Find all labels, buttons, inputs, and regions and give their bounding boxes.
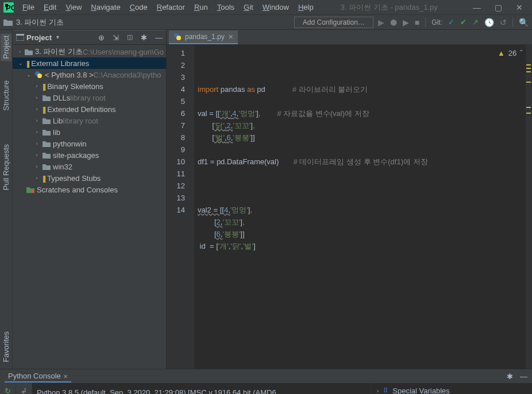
git-history-icon[interactable]: 🕓: [484, 18, 494, 27]
console-header: Python Console✕ ✱ —: [0, 369, 532, 383]
svg-text:PC: PC: [6, 3, 14, 12]
console-output[interactable]: Python 3.8.5 (default, Sep 3 2020, 21:29…: [32, 383, 371, 394]
expand-all-icon[interactable]: ⇲: [113, 33, 119, 42]
maximize-icon[interactable]: ▢: [495, 3, 502, 12]
left-tab-pull-requests[interactable]: Pull Requests: [1, 142, 11, 192]
menu-file[interactable]: File: [18, 2, 38, 13]
debug-icon[interactable]: ⬢: [390, 18, 397, 27]
close-tab-icon[interactable]: ✕: [228, 33, 233, 41]
menu-code[interactable]: Code: [126, 2, 152, 13]
menu-run[interactable]: Run: [190, 2, 212, 13]
editor-area: pandas_1.py ✕ 1234567891011121314 ▲26 ˆ …: [167, 30, 532, 369]
tree-node[interactable]: ›|||Typeshed Stubs: [13, 172, 166, 184]
close-console-icon[interactable]: ✕: [63, 373, 68, 380]
git-label: Git:: [431, 18, 442, 26]
special-vars-icon: ⠿: [383, 387, 388, 394]
menu-git[interactable]: Git: [240, 2, 257, 13]
hide-panel-icon[interactable]: —: [155, 33, 163, 42]
expand-vars-icon[interactable]: ›: [377, 388, 379, 394]
fold-gutter[interactable]: [190, 45, 194, 369]
menu-navigate[interactable]: Navigate: [87, 2, 124, 13]
editor-tab-pandas[interactable]: pandas_1.py ✕: [169, 30, 238, 44]
window-title: 3. 파이썬 기초 - pandas_1.py: [341, 2, 438, 13]
title-bar: PC FileEditViewNavigateCodeRefactorRunTo…: [0, 0, 532, 15]
breadcrumb[interactable]: 3. 파이썬 기초: [16, 17, 64, 28]
tree-node[interactable]: ›win32: [13, 161, 166, 172]
menu-window[interactable]: Window: [259, 2, 293, 13]
rerun-icon[interactable]: ↻: [5, 387, 11, 394]
menu-help[interactable]: Help: [294, 2, 318, 13]
svg-point-6: [37, 74, 42, 78]
git-rollback-icon[interactable]: ↺: [500, 18, 507, 27]
variables-panel[interactable]: › ⠿ Special Variables: [371, 383, 532, 394]
folder-icon: [3, 18, 13, 26]
left-tool-gutter: Project Structure Pull Requests Favorite…: [0, 30, 13, 369]
line-number-gutter: 1234567891011121314: [167, 45, 190, 369]
menu-edit[interactable]: Edit: [40, 2, 60, 13]
python-file-icon: [174, 33, 182, 41]
main-menu: FileEditViewNavigateCodeRefactorRunTools…: [18, 2, 318, 13]
tree-node[interactable]: ›|||Extended Definitions: [13, 103, 166, 115]
collapse-all-icon[interactable]: ◫: [127, 33, 133, 42]
tree-node[interactable]: ›pythonwin: [13, 138, 166, 149]
project-view-icon: [16, 34, 24, 41]
navigation-bar: 3. 파이썬 기초 Add Configuration… ▶ ⬢ ▶ ■ Git…: [0, 15, 532, 30]
code-content[interactable]: ▲26 ˆ ˇ import pandas as pd # 라이브러리 불러오기…: [194, 45, 532, 369]
dropdown-chevron-icon[interactable]: ▼: [55, 34, 60, 40]
select-opened-file-icon[interactable]: ⊕: [98, 33, 105, 42]
left-tab-favorites[interactable]: Favorites: [1, 329, 11, 364]
inspection-summary[interactable]: ▲26 ˆ ˇ: [498, 47, 529, 59]
python-console-panel: Python Console✕ ✱ — ↻ ■ ▶ 🐞 ⚙ ＋ ↲ ↓ 🖶 oo…: [0, 369, 532, 394]
menu-refactor[interactable]: Refactor: [153, 2, 189, 13]
tree-node[interactable]: ›lib: [13, 126, 166, 138]
close-icon[interactable]: ✕: [516, 3, 523, 12]
tree-node[interactable]: ›Lib library root: [13, 115, 166, 126]
tree-node[interactable]: ›site-packages: [13, 149, 166, 161]
panel-settings-icon[interactable]: ✱: [507, 372, 513, 381]
run-icon[interactable]: ▶: [378, 18, 384, 27]
settings-icon[interactable]: ✱: [141, 33, 147, 42]
tree-node[interactable]: ›|||Binary Skeletons: [13, 80, 166, 92]
tree-node[interactable]: ›DLLs library root: [13, 92, 166, 103]
tree-node[interactable]: ⌄< Python 3.8 > C:\Anaconda3\pytho: [13, 69, 166, 80]
editor-tabs: pandas_1.py ✕: [167, 30, 532, 45]
svg-point-9: [176, 36, 181, 40]
tree-node[interactable]: ›3. 파이썬 기초 C:\Users\maeng-gun\Go: [13, 46, 166, 57]
left-tab-project[interactable]: Project: [1, 33, 11, 61]
menu-view[interactable]: View: [61, 2, 86, 13]
console-tab[interactable]: Python Console✕: [5, 370, 71, 383]
console-toolbar: ↻ ■ ▶ 🐞 ⚙ ＋: [0, 383, 16, 394]
project-panel-header: Project ▼ ⊕ ⇲ ◫ ✱ —: [13, 30, 166, 45]
git-push-icon[interactable]: ↗: [472, 18, 479, 26]
warning-icon: ▲: [498, 47, 505, 59]
pycharm-logo-icon: PC: [3, 2, 14, 13]
error-stripe[interactable]: [525, 45, 532, 369]
minimize-icon[interactable]: —: [473, 3, 481, 12]
soft-wrap-icon[interactable]: ↲: [21, 387, 27, 394]
prev-highlight-icon[interactable]: ˆ: [520, 47, 522, 59]
menu-tools[interactable]: Tools: [213, 2, 238, 13]
editor-body[interactable]: 1234567891011121314 ▲26 ˆ ˇ import panda…: [167, 45, 532, 369]
project-panel-title[interactable]: Project: [26, 33, 52, 42]
search-everywhere-icon[interactable]: 🔍: [519, 18, 529, 27]
tree-node[interactable]: Scratches and Consoles: [13, 184, 166, 195]
project-panel: Project ▼ ⊕ ⇲ ◫ ✱ — ›3. 파이썬 기초 C:\Users\…: [13, 30, 167, 369]
project-tree[interactable]: ›3. 파이썬 기초 C:\Users\maeng-gun\Go⌄|||Exte…: [13, 45, 166, 369]
svg-point-7: [31, 190, 34, 193]
hide-console-icon[interactable]: —: [520, 372, 527, 381]
left-tab-structure[interactable]: Structure: [1, 78, 11, 113]
tree-node[interactable]: ⌄|||External Libraries: [13, 57, 166, 69]
git-commit-icon[interactable]: ✔: [460, 18, 467, 26]
run-coverage-icon[interactable]: ▶: [403, 18, 409, 27]
stop-icon[interactable]: ■: [415, 18, 419, 27]
git-update-icon[interactable]: ✓: [448, 18, 454, 26]
svg-rect-4: [16, 34, 24, 36]
add-configuration-button[interactable]: Add Configuration…: [294, 17, 373, 28]
